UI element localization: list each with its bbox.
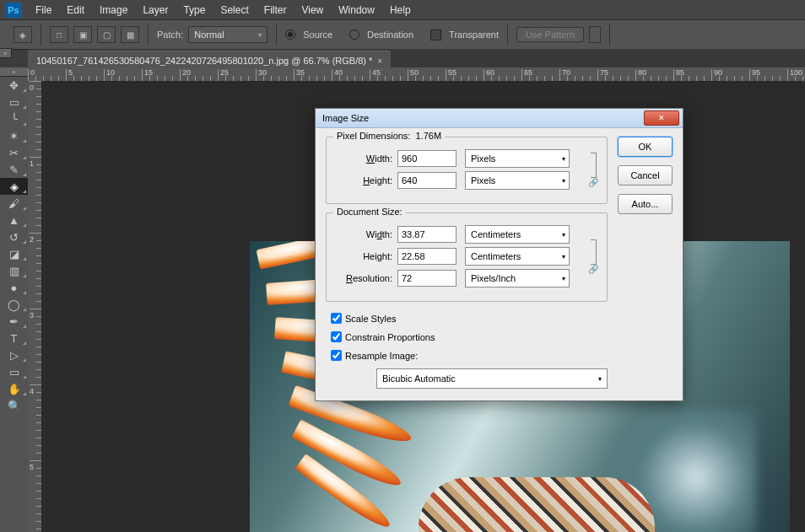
quick-select-tool[interactable]: ✶ [0, 127, 28, 144]
px-link-icon[interactable]: 🔗 [588, 153, 598, 187]
menu-edit[interactable]: Edit [60, 2, 91, 19]
doc-width-input[interactable] [397, 226, 457, 243]
doc-height-unit-select[interactable]: Centimeters [465, 247, 570, 266]
doc-link-icon[interactable]: 🔗 [588, 239, 598, 274]
resample-label: Resample Image: [345, 351, 418, 361]
patch-label: Patch: [157, 30, 183, 40]
ps-logo-icon: Ps [5, 3, 22, 18]
menu-image[interactable]: Image [93, 2, 134, 19]
auto-button[interactable]: Auto... [618, 194, 673, 214]
px-height-input[interactable] [397, 172, 457, 189]
pixel-dimensions-group: Pixel Dimensions: 1.76M Width: Pixels He… [326, 137, 608, 204]
pen-tool[interactable]: ✒ [0, 313, 28, 330]
scale-styles-check[interactable] [331, 313, 342, 324]
patch-mode-combo[interactable]: Normal [188, 26, 267, 43]
menu-type[interactable]: Type [176, 2, 212, 19]
ruler-vertical: 012345678 [28, 81, 42, 532]
px-width-input[interactable] [397, 150, 457, 167]
source-radio[interactable] [285, 30, 295, 40]
sel-new-icon[interactable]: □ [50, 26, 68, 43]
doc-height-label: Height: [335, 251, 392, 261]
resample-check[interactable] [331, 350, 342, 361]
transparent-label: Transparent [449, 30, 499, 40]
sel-add-icon[interactable]: ▣ [73, 26, 92, 43]
image-size-dialog: Image Size ✕ Pixel Dimensions: 1.76M Wid… [315, 108, 683, 401]
resample-method-select[interactable]: Bicubic Automatic [376, 368, 608, 389]
pixel-dimensions-value: 1.76M [416, 131, 442, 141]
menu-file[interactable]: File [29, 2, 58, 19]
destination-label: Destination [367, 30, 413, 40]
menu-select[interactable]: Select [213, 2, 255, 19]
px-height-unit-select[interactable]: Pixels [465, 171, 570, 190]
constrain-label: Constrain Proportions [345, 332, 435, 342]
brush-tool[interactable]: 🖌 [0, 195, 28, 212]
use-pattern-button[interactable]: Use Pattern [516, 27, 584, 42]
dialog-titlebar[interactable]: Image Size ✕ [316, 109, 683, 128]
menu-layer[interactable]: Layer [136, 2, 175, 19]
ruler-horizontal: 0510152025303540455055606570758085909510… [28, 67, 805, 82]
destination-radio[interactable] [349, 30, 359, 40]
sel-sub-icon[interactable]: ▢ [97, 26, 116, 43]
patch-tool-icon[interactable]: ◈ [14, 26, 32, 43]
hand-tool[interactable]: ✋ [0, 380, 28, 397]
menu-help[interactable]: Help [383, 2, 418, 19]
dialog-title: Image Size [322, 113, 369, 123]
resolution-unit-select[interactable]: Pixels/Inch [465, 269, 570, 287]
doc-tab-title: 10450167_761426530580476_242242072649580… [36, 56, 372, 66]
px-width-unit-select[interactable]: Pixels [465, 149, 570, 168]
lasso-tool[interactable]: ╰ [0, 110, 28, 127]
menu-window[interactable]: Window [332, 2, 381, 19]
cancel-button[interactable]: Cancel [618, 165, 673, 185]
sel-int-icon[interactable]: ▦ [121, 26, 139, 43]
constrain-check[interactable] [331, 331, 342, 342]
type-tool[interactable]: T [0, 330, 28, 347]
doc-tab-strip: 10450167_761426530580476_242242072649580… [28, 49, 805, 67]
px-height-label: Height: [335, 175, 392, 185]
expand-handle-icon[interactable]: » [0, 48, 12, 58]
doc-width-label: Width: [335, 229, 392, 239]
move-tool[interactable]: ✥ [0, 77, 28, 94]
px-width-label: Width: [335, 153, 392, 164]
options-bar: ◈ □ ▣ ▢ ▦ Patch: Normal Source Destinati… [0, 19, 805, 50]
shape-tool[interactable]: ▭ [0, 363, 28, 380]
marquee-tool[interactable]: ▭ [0, 94, 28, 110]
scale-styles-label: Scale Styles [345, 314, 397, 324]
toolbox: » ✥ ▭ ╰ ✶ ✂ ✎ ◈ 🖌 ▲ ↺ ◪ ▥ ● ◯ ✒ T ▷ ▭ ✋ … [0, 67, 29, 532]
document-size-label: Document Size: [333, 207, 406, 217]
blur-tool[interactable]: ● [0, 279, 28, 296]
crop-tool[interactable]: ✂ [0, 144, 28, 161]
ok-button[interactable]: OK [618, 137, 673, 157]
resolution-input[interactable] [397, 270, 457, 287]
eyedropper-tool[interactable]: ✎ [0, 161, 28, 178]
menu-view[interactable]: View [294, 2, 330, 19]
gradient-tool[interactable]: ▥ [0, 262, 28, 279]
transparent-check[interactable] [430, 30, 441, 40]
dodge-tool[interactable]: ◯ [0, 296, 28, 313]
patch-tool-active[interactable]: ◈ [0, 178, 28, 195]
eraser-tool[interactable]: ◪ [0, 245, 28, 262]
dialog-close-button[interactable]: ✕ [644, 110, 679, 126]
document-size-group: Document Size: Width: Centimeters Height… [326, 212, 608, 302]
toolbox-expand-icon[interactable]: » [0, 67, 28, 77]
pixel-dimensions-label: Pixel Dimensions: [337, 131, 410, 141]
stamp-tool[interactable]: ▲ [0, 212, 28, 228]
source-label: Source [303, 30, 332, 40]
path-select-tool[interactable]: ▷ [0, 347, 28, 363]
doc-width-unit-select[interactable]: Centimeters [465, 225, 570, 244]
doc-height-input[interactable] [397, 248, 457, 265]
zoom-tool[interactable]: 🔍 [0, 397, 28, 414]
resolution-label: Resolution: [335, 273, 392, 283]
menubar: Ps File Edit Image Layer Type Select Fil… [0, 0, 805, 19]
close-icon[interactable]: × [377, 56, 382, 66]
history-brush-tool[interactable]: ↺ [0, 228, 28, 245]
menu-filter[interactable]: Filter [257, 2, 294, 19]
doc-tab[interactable]: 10450167_761426530580476_242242072649580… [28, 51, 391, 67]
pattern-picker[interactable] [589, 26, 601, 43]
